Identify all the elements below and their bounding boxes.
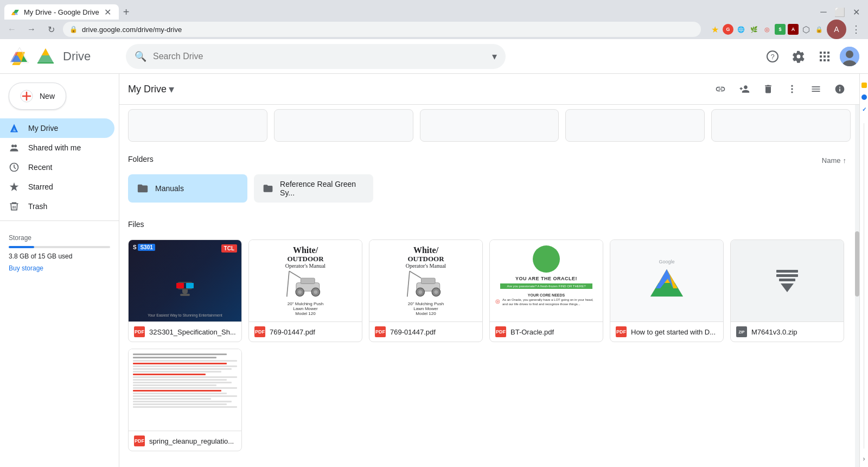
svg-point-28 [298,290,302,294]
file-preview-oracle: YOU ARE THE ORACLE! Are you passionate? … [490,240,603,321]
ext2-icon[interactable]: 🌐 [736,24,746,35]
maximize-button[interactable]: ⬜ [832,4,847,20]
info-button[interactable] [829,78,851,100]
zip-lines [776,270,798,281]
tab-favicon [11,8,20,16]
file-769-1[interactable]: White/ OUTDOOR Operator's Manual [248,239,362,342]
top-thumb-5[interactable] [711,109,851,142]
file-m7641-zip[interactable]: ZIP M7641v3.0.zip [730,239,844,342]
address-bar: ← → ↻ 🔒 drive.google.com/drive/my-drive … [0,20,868,39]
scrollbar-thumb[interactable] [855,231,859,296]
svg-point-17 [14,144,17,147]
file-footer-769-2: PDF 769-01447.pdf [369,321,482,342]
app-title: Drive [63,49,91,64]
new-button[interactable]: New [9,83,66,110]
folders-section: Folders Name ↑ [119,146,859,174]
ext7-icon[interactable]: ⬡ [801,24,812,35]
svg-line-31 [287,271,289,296]
list-view-button[interactable] [805,78,827,100]
files-grid: TCL S S301 [119,239,859,460]
ext1-icon[interactable]: G [723,24,733,35]
back-button[interactable]: ← [4,22,20,37]
sidebar-item-my-drive[interactable]: My Drive [0,118,114,138]
forward-button[interactable]: → [24,22,39,37]
storage-bar-fill [9,246,34,248]
folder-manuals[interactable]: Manuals [128,174,247,203]
settings-button[interactable] [788,46,809,67]
search-dropdown-icon[interactable]: ▾ [492,51,497,62]
url-text: drive.google.com/drive/my-drive [82,26,182,34]
file-tcl-spec[interactable]: TCL S S301 [128,239,242,342]
scrollbar-track[interactable] [855,74,859,467]
svg-line-38 [410,271,421,278]
sidebar-item-trash[interactable]: Trash [0,197,114,216]
ext8-icon[interactable]: 🔒 [814,24,825,35]
search-input[interactable] [153,52,486,61]
ext5-icon[interactable]: $ [775,24,786,35]
tab-close-button[interactable]: ✕ [104,8,112,16]
sidebar-item-shared[interactable]: Shared with me [0,138,114,157]
svg-text:?: ? [770,53,774,61]
svg-rect-6 [820,55,822,58]
file-bt-oracle[interactable]: YOU ARE THE ORACLE! Are you passionate? … [489,239,603,342]
minimize-button[interactable]: ─ [816,4,831,20]
delete-button[interactable] [757,78,779,100]
ext3-icon[interactable]: 🌿 [749,24,760,35]
new-tab-button[interactable]: + [119,4,134,20]
file-769-2[interactable]: White/ OUTDOOR Operator's Manual [369,239,483,342]
file-spring-cleanup[interactable]: PDF spring_cleanup_regulatio... [128,349,242,451]
recent-icon [9,162,20,173]
expand-side-panel-button[interactable]: › [863,455,865,467]
svg-line-39 [407,271,410,296]
active-tab[interactable]: My Drive - Google Drive ✕ [4,4,119,20]
user-avatar[interactable] [840,47,859,66]
share-link-button[interactable] [710,78,731,100]
breadcrumb-text: My Drive [128,84,167,95]
sidebar-label-shared: Shared with me [28,143,81,152]
apps-button[interactable] [814,46,835,67]
file-name-769-1: 769-01447.pdf [270,328,356,336]
sidebar-item-starred[interactable]: Starred [0,177,114,197]
file-drive-started[interactable]: Google [610,239,724,342]
help-button[interactable]: ? [762,46,783,67]
toolbar-actions [710,78,851,100]
add-person-button[interactable] [733,78,755,100]
tcl-model-text: S S301 [133,244,155,250]
file-preview-tcl: TCL S S301 [129,240,241,321]
top-thumb-1[interactable] [128,109,267,142]
svg-line-30 [289,271,301,278]
new-button-label: New [40,92,55,100]
url-bar[interactable]: 🔒 drive.google.com/drive/my-drive [63,22,701,37]
zip-line-3 [779,279,795,281]
sort-button[interactable]: Name ↑ [822,156,851,165]
profile-avatar[interactable]: A [827,20,846,39]
svg-point-13 [846,51,853,58]
top-thumb-3[interactable] [420,109,559,142]
bookmark-ext-icon[interactable]: ★ [710,24,720,35]
more-options-button[interactable] [781,78,803,100]
drive-doc-header: Google [654,257,679,264]
apps-icon [818,50,831,63]
top-thumb-2[interactable] [274,109,413,142]
top-thumb-4[interactable] [565,109,705,142]
tcl-tv-preview: TCL S S301 [129,240,241,321]
settings-icon [792,50,805,63]
folder-reference-real-green[interactable]: Reference Real Green Sy... [254,174,373,203]
sidebar-item-recent[interactable]: Recent [0,157,114,177]
close-button[interactable]: ✕ [848,4,864,20]
more-browser-options[interactable]: ⋮ [848,22,864,37]
breadcrumb-dropdown-icon[interactable]: ▾ [169,83,174,96]
reload-button[interactable]: ↻ [43,22,59,37]
file-name-769-2: 769-01447.pdf [390,328,477,336]
files-section: Files [119,211,859,239]
content-toolbar: My Drive ▾ [119,74,859,105]
svg-point-21 [791,85,793,87]
storage-bar-bg [9,246,110,248]
top-thumbnails-row [119,105,859,146]
breadcrumb: My Drive ▾ [128,83,174,96]
search-bar[interactable]: 🔍 ▾ [126,44,506,69]
file-preview-mower1: White/ OUTDOOR Operator's Manual [249,240,362,321]
ext4-icon[interactable]: ◎ [762,24,773,35]
ext6-icon[interactable]: A [788,24,799,35]
buy-storage-link[interactable]: Buy storage [9,264,110,272]
